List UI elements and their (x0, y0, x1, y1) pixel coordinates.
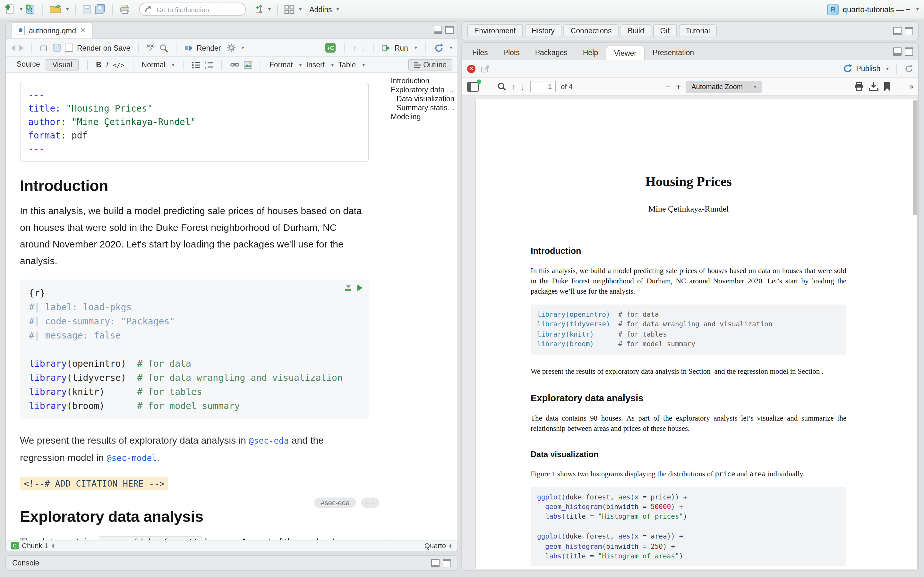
refresh-icon[interactable] (905, 64, 913, 73)
render-settings-caret[interactable]: ▾ (241, 45, 244, 51)
doc-heading-eda[interactable]: Exploratory data analysis (20, 508, 369, 526)
tab-build[interactable]: Build (621, 24, 651, 37)
outline-item-data-visualization[interactable]: Data visualization (391, 94, 455, 103)
goto-file-input[interactable] (155, 5, 228, 14)
pdf-prev-page-icon[interactable]: ↑ (511, 82, 515, 91)
outline-toggle-button[interactable]: Outline (408, 59, 452, 71)
new-project-icon[interactable]: R (25, 4, 36, 15)
editor-tab-authoring[interactable]: authoring.qmd ✕ (11, 23, 93, 39)
spellcheck-icon[interactable]: ABC✓ (146, 44, 155, 52)
tab-history[interactable]: History (525, 24, 562, 37)
tab-help[interactable]: Help (575, 45, 606, 60)
doc-paragraph-eda[interactable]: The data contains r nrow(duke_forest) ho… (20, 533, 367, 540)
save-all-icon[interactable] (94, 4, 106, 15)
popout-window-icon[interactable] (40, 44, 49, 52)
render-on-save-checkbox[interactable] (65, 44, 73, 52)
open-folder-caret[interactable]: ▾ (66, 6, 69, 12)
yaml-metadata-block[interactable]: ---title: "Housing Prices"author: "Mine … (20, 83, 369, 161)
run-button[interactable]: Run (395, 44, 408, 52)
version-control-caret[interactable]: ▾ (268, 6, 271, 12)
paragraph-style-select[interactable]: Normal (142, 61, 166, 69)
italic-button[interactable]: I (106, 61, 108, 69)
save-icon[interactable] (82, 5, 92, 14)
env-maximize-icon[interactable] (905, 27, 913, 35)
addins-caret[interactable]: ▾ (336, 6, 339, 12)
rerun-caret[interactable]: ▾ (450, 45, 452, 51)
doc-comment-citation[interactable]: <!--# ADD CITATION HERE --> (20, 477, 168, 490)
tab-connections[interactable]: Connections (564, 24, 619, 37)
bold-button[interactable]: B (96, 61, 102, 69)
pdf-viewer-area[interactable]: Housing Prices Mine Çetinkaya-Rundel Int… (462, 96, 918, 570)
run-caret[interactable]: ▾ (415, 45, 417, 51)
tab-close-icon[interactable]: ✕ (80, 26, 86, 35)
tab-viewer[interactable]: Viewer (606, 45, 645, 60)
tab-files[interactable]: Files (465, 45, 496, 60)
code-button[interactable]: </> (113, 61, 124, 68)
table-menu[interactable]: Table (338, 61, 356, 69)
viewer-maximize-icon[interactable] (905, 47, 913, 56)
viewer-minimize-icon[interactable] (893, 47, 901, 56)
image-icon[interactable] (244, 61, 252, 69)
console-pane-title[interactable]: Console (12, 559, 39, 567)
doc-type-label[interactable]: Quarto (425, 542, 446, 550)
doc-paragraph-intro[interactable]: In this analysis, we build a model predi… (20, 203, 367, 269)
pdf-bookmark-icon[interactable] (884, 82, 891, 91)
outline-item-modeling[interactable]: Modeling (391, 112, 455, 121)
pdf-print-icon[interactable] (855, 82, 864, 91)
console-minimize-icon[interactable] (431, 559, 439, 567)
run-chunk-icon[interactable] (357, 285, 363, 291)
forward-icon[interactable] (19, 45, 24, 51)
render-button[interactable]: Render (197, 44, 221, 52)
back-icon[interactable] (11, 45, 15, 51)
tab-packages[interactable]: Packages (527, 45, 575, 60)
publish-caret[interactable]: ▾ (886, 66, 889, 71)
outline-item-eda[interactable]: Exploratory data … (391, 85, 455, 94)
visual-editor-document[interactable]: ---title: "Housing Prices"author: "Mine … (6, 73, 386, 540)
publish-button[interactable]: Publish (856, 65, 880, 73)
viewer-popout-icon[interactable] (481, 64, 489, 73)
addins-menu[interactable]: Addins (309, 5, 332, 13)
numbered-list-icon[interactable]: 12 (205, 61, 213, 68)
open-folder-icon[interactable] (49, 5, 61, 14)
stop-viewer-icon[interactable]: ✕ (467, 64, 475, 73)
version-control-icon[interactable]: +− (255, 4, 264, 15)
workspace-panes-caret[interactable]: ▾ (299, 6, 302, 12)
doc-paragraph-refs[interactable]: We present the results of exploratory da… (20, 432, 367, 467)
code-chunk-load-pkgs[interactable]: {r}#| label: load-pkgs#| code-summary: "… (20, 279, 369, 419)
insert-chunk-icon[interactable]: +C (325, 43, 336, 53)
tab-plots[interactable]: Plots (496, 45, 527, 60)
next-chunk-icon[interactable]: ↓ (361, 43, 365, 52)
visual-mode-button[interactable]: Visual (46, 59, 79, 71)
outline-item-summary-statistics[interactable]: Summary statis… (391, 103, 455, 112)
print-icon[interactable] (120, 4, 130, 15)
pdf-zoom-out-icon[interactable]: − (666, 81, 670, 92)
pdf-zoom-select[interactable]: Automatic Zoom ▾ (686, 81, 761, 93)
console-maximize-icon[interactable] (443, 559, 451, 567)
prev-chunk-icon[interactable]: ↑ (353, 43, 357, 52)
chunk-position-label[interactable]: Chunk 1 (22, 542, 48, 550)
doc-heading-introduction[interactable]: Introduction (20, 177, 369, 195)
maximize-pane-icon[interactable] (445, 26, 454, 34)
pdf-next-page-icon[interactable]: ↓ (521, 82, 525, 91)
outline-item-introduction[interactable]: Introduction (391, 76, 455, 85)
format-menu[interactable]: Format (270, 61, 293, 69)
tab-environment[interactable]: Environment (467, 24, 523, 37)
pdf-more-tools-icon[interactable]: » (909, 82, 913, 91)
render-settings-gear-icon[interactable] (227, 44, 236, 52)
pdf-scrollbar-thumb[interactable] (913, 100, 917, 215)
new-file-icon[interactable] (5, 3, 15, 15)
tab-git[interactable]: Git (653, 24, 677, 37)
source-mode-button[interactable]: Source (11, 59, 46, 71)
minimize-pane-icon[interactable] (434, 26, 442, 34)
find-replace-icon[interactable] (159, 43, 168, 52)
link-icon[interactable] (230, 61, 239, 68)
pdf-download-icon[interactable] (869, 82, 879, 91)
tab-tutorial[interactable]: Tutorial (678, 24, 717, 37)
pdf-zoom-in-icon[interactable]: + (676, 81, 681, 92)
insert-menu[interactable]: Insert (306, 61, 325, 69)
tab-presentation[interactable]: Presentation (645, 45, 702, 60)
pdf-page-input[interactable] (530, 81, 556, 92)
section-options-button[interactable]: ··· (361, 498, 379, 508)
bullet-list-icon[interactable] (192, 61, 200, 68)
goto-file-search[interactable] (139, 3, 246, 16)
